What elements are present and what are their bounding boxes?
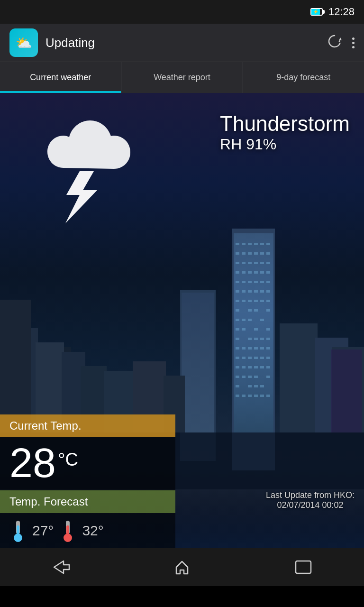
temp-forecast-label: Temp. Forecast bbox=[0, 490, 175, 513]
svg-rect-26 bbox=[236, 252, 239, 255]
svg-rect-46 bbox=[248, 281, 252, 283]
thermometer-hot-icon bbox=[59, 519, 76, 543]
svg-rect-77 bbox=[260, 338, 264, 340]
temp-high: 32° bbox=[82, 523, 103, 539]
svg-rect-100 bbox=[254, 376, 258, 378]
svg-rect-98 bbox=[242, 376, 246, 378]
recent-apps-button[interactable] bbox=[289, 555, 318, 579]
svg-rect-19 bbox=[0, 300, 31, 432]
svg-rect-38 bbox=[236, 271, 239, 274]
svg-rect-84 bbox=[266, 347, 270, 349]
svg-rect-56 bbox=[236, 300, 239, 302]
svg-rect-69 bbox=[260, 319, 264, 321]
svg-rect-70 bbox=[236, 328, 239, 331]
tab-9day-forecast[interactable]: 9-day forecast bbox=[243, 62, 364, 93]
svg-rect-102 bbox=[236, 385, 239, 387]
svg-rect-107 bbox=[242, 395, 246, 397]
svg-rect-25 bbox=[266, 243, 270, 245]
svg-rect-35 bbox=[254, 262, 258, 264]
svg-rect-31 bbox=[266, 252, 270, 255]
svg-rect-81 bbox=[248, 347, 252, 349]
app-title: Updating bbox=[46, 36, 319, 50]
svg-rect-21 bbox=[242, 243, 246, 245]
svg-rect-52 bbox=[248, 290, 252, 293]
svg-rect-75 bbox=[248, 338, 252, 340]
status-time: 12:28 bbox=[328, 6, 355, 18]
svg-rect-78 bbox=[266, 338, 270, 340]
svg-rect-48 bbox=[260, 281, 264, 283]
refresh-button[interactable] bbox=[327, 33, 343, 53]
svg-rect-85 bbox=[236, 357, 239, 359]
svg-rect-53 bbox=[254, 290, 258, 293]
svg-rect-57 bbox=[242, 300, 246, 302]
svg-rect-105 bbox=[260, 385, 264, 387]
svg-rect-96 bbox=[266, 366, 270, 368]
svg-rect-58 bbox=[248, 300, 252, 302]
svg-rect-34 bbox=[248, 262, 252, 264]
svg-rect-51 bbox=[242, 290, 246, 293]
svg-rect-92 bbox=[242, 366, 246, 368]
svg-rect-109 bbox=[254, 395, 258, 397]
svg-rect-43 bbox=[266, 271, 270, 274]
svg-rect-60 bbox=[260, 300, 264, 302]
svg-rect-90 bbox=[266, 357, 270, 359]
svg-rect-63 bbox=[248, 309, 252, 312]
thermometer-cold-icon bbox=[9, 519, 27, 543]
svg-rect-89 bbox=[260, 357, 264, 359]
svg-rect-24 bbox=[260, 243, 264, 245]
svg-rect-99 bbox=[248, 376, 252, 378]
svg-rect-50 bbox=[236, 290, 239, 293]
svg-rect-45 bbox=[242, 281, 246, 283]
nav-bar bbox=[0, 548, 364, 586]
svg-rect-39 bbox=[242, 271, 246, 274]
tab-current-weather[interactable]: Current weather bbox=[0, 62, 121, 93]
svg-rect-42 bbox=[260, 271, 264, 274]
svg-rect-82 bbox=[254, 347, 258, 349]
temperature-display: 28 °C bbox=[0, 437, 175, 490]
svg-rect-91 bbox=[236, 366, 239, 368]
svg-rect-55 bbox=[266, 290, 270, 293]
svg-rect-28 bbox=[248, 252, 252, 255]
svg-rect-62 bbox=[236, 309, 239, 312]
svg-rect-47 bbox=[254, 281, 258, 283]
svg-rect-88 bbox=[254, 357, 258, 359]
svg-rect-37 bbox=[266, 262, 270, 264]
svg-rect-41 bbox=[254, 271, 258, 274]
tab-bar: Current weather Weather report 9-day for… bbox=[0, 62, 364, 93]
svg-rect-79 bbox=[236, 347, 239, 349]
app-icon: ⛅ bbox=[9, 28, 38, 57]
svg-rect-72 bbox=[254, 328, 258, 331]
condition-name: Thunderstorm bbox=[220, 112, 350, 136]
svg-rect-120 bbox=[66, 525, 69, 535]
svg-rect-101 bbox=[266, 376, 270, 378]
battery-icon: ⚡ bbox=[310, 8, 323, 16]
status-bar: ⚡ 12:28 bbox=[0, 0, 364, 24]
svg-rect-59 bbox=[254, 300, 258, 302]
svg-rect-65 bbox=[266, 309, 270, 312]
more-menu-button[interactable] bbox=[352, 37, 355, 48]
svg-rect-86 bbox=[242, 357, 246, 359]
back-button[interactable] bbox=[46, 555, 75, 579]
svg-rect-106 bbox=[236, 395, 239, 397]
svg-rect-22 bbox=[248, 243, 252, 245]
svg-rect-66 bbox=[236, 319, 239, 321]
svg-rect-97 bbox=[236, 376, 239, 378]
svg-rect-29 bbox=[254, 252, 258, 255]
svg-rect-33 bbox=[242, 262, 246, 264]
svg-rect-71 bbox=[242, 328, 246, 331]
svg-rect-44 bbox=[236, 281, 239, 283]
tab-weather-report[interactable]: Weather report bbox=[121, 62, 243, 93]
svg-rect-94 bbox=[254, 366, 258, 368]
svg-rect-80 bbox=[242, 347, 246, 349]
svg-rect-93 bbox=[248, 366, 252, 368]
svg-rect-111 bbox=[266, 395, 270, 397]
svg-rect-117 bbox=[17, 525, 19, 535]
svg-rect-74 bbox=[236, 338, 239, 340]
app-bar: ⛅ Updating bbox=[0, 24, 364, 62]
temperature-unit: °C bbox=[58, 450, 78, 470]
home-button[interactable] bbox=[168, 555, 196, 579]
svg-rect-83 bbox=[260, 347, 264, 349]
last-update: Last Update from HKO: 02/07/2014 00:02 bbox=[266, 490, 355, 510]
svg-rect-11 bbox=[182, 293, 214, 432]
svg-rect-110 bbox=[260, 395, 264, 397]
